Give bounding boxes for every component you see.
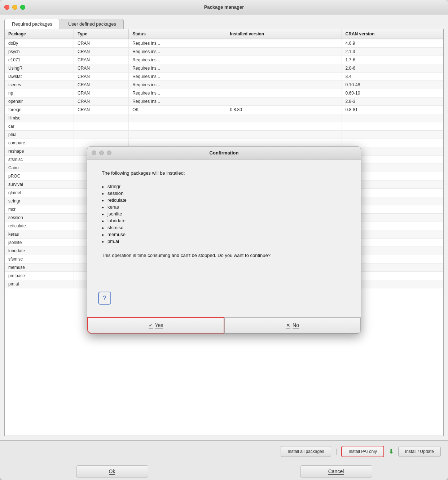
yes-button[interactable]: ✓ Yes [87,317,224,333]
modal-titlebar: Confirmation [87,147,361,160]
modal-package-item: jsonlite [102,210,346,217]
modal-package-item: lubridate [102,217,346,224]
main-window: Package manager Required packages User d… [0,0,448,480]
modal-close[interactable] [92,150,96,155]
modal-package-item: keras [102,204,346,210]
modal-intro: The following packages will be installed… [102,170,346,176]
no-label: No [293,322,299,328]
modal-package-item: sfsmisc [102,224,346,231]
modal-package-item: memuse [102,231,346,238]
yes-label: Yes [155,322,163,328]
modal-overlay: Confirmation The following packages will… [0,0,448,480]
confirmation-modal: Confirmation The following packages will… [87,146,361,334]
no-button[interactable]: ✕ No [224,317,361,333]
modal-package-list: stringrsessionreticulatekerasjsonlitelub… [102,183,346,245]
x-icon: ✕ [286,322,290,328]
modal-title: Confirmation [210,150,239,156]
modal-package-item: reticulate [102,197,346,204]
modal-traffic-lights [92,150,111,155]
modal-package-item: stringr [102,183,346,190]
modal-maximize[interactable] [107,150,111,155]
checkmark-icon: ✓ [149,322,153,328]
modal-package-item: session [102,190,346,197]
modal-buttons: ✓ Yes ✕ No [87,317,361,333]
modal-minimize[interactable] [99,150,104,155]
modal-package-item: pm.ai [102,238,346,245]
modal-warning: This operation is time consuming and can… [102,252,346,259]
help-icon[interactable]: ? [98,292,111,305]
modal-body: The following packages will be installed… [87,160,361,317]
